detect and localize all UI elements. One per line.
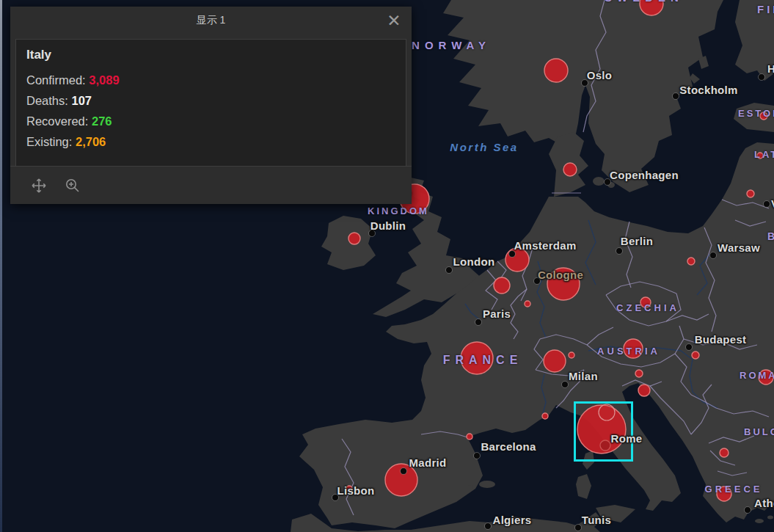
- stat-label: Deaths:: [26, 94, 68, 107]
- case-bubble-norway[interactable]: [544, 59, 568, 82]
- case-bubble-greece[interactable]: [717, 487, 731, 501]
- stat-value: 2,706: [76, 135, 106, 148]
- city-dot-london: [446, 267, 453, 274]
- map-app: OsloStockholmHelsinkiCopenhagenDublinLon…: [0, 0, 774, 532]
- popup-footer: [10, 166, 412, 204]
- city-dot-copenhagen: [605, 179, 611, 186]
- zoom-in-icon: [65, 178, 81, 194]
- case-bubble-liechtenstein[interactable]: [569, 352, 574, 358]
- stat-confirmed: Confirmed: 3,089: [26, 70, 395, 90]
- city-dot-vilnius: [764, 201, 770, 208]
- case-bubble-slovenia[interactable]: [635, 370, 643, 377]
- city-dot-paris: [475, 319, 482, 326]
- city-dot-stockholm: [673, 93, 679, 100]
- stat-value: 3,089: [89, 73, 119, 87]
- pan-to-feature-button[interactable]: [28, 175, 50, 197]
- zoom-to-feature-button[interactable]: [62, 175, 84, 197]
- city-dot-berlin: [616, 248, 623, 255]
- close-icon[interactable]: ✕: [382, 9, 406, 32]
- city-dot-lisbon: [332, 495, 339, 501]
- popup-header[interactable]: 显示 1 ✕: [10, 7, 412, 34]
- case-bubble-croatia[interactable]: [638, 385, 650, 396]
- case-bubble-switzerland[interactable]: [544, 350, 566, 372]
- case-bubble-france[interactable]: [461, 342, 493, 374]
- city-dot-algiers: [485, 523, 492, 530]
- city-dot-madrid: [401, 468, 407, 475]
- feature-popup: 显示 1 ✕ Italy Confirmed: 3,089 Deaths: 10…: [10, 7, 412, 204]
- stat-existing: Existing: 2,706: [26, 131, 395, 152]
- case-bubble-lithuania[interactable]: [747, 190, 754, 197]
- pan-icon: [31, 178, 47, 194]
- stat-value: 276: [92, 114, 112, 128]
- case-bubble-monaco[interactable]: [542, 413, 548, 419]
- city-dot-budapest: [686, 344, 693, 351]
- stat-label: Existing:: [26, 135, 72, 148]
- case-bubble-denmark[interactable]: [563, 163, 577, 176]
- city-dot-tunis: [575, 525, 582, 531]
- land-balearic: [479, 481, 495, 488]
- land-finland: [735, 0, 774, 81]
- case-bubble-luxembourg[interactable]: [525, 301, 530, 307]
- land-zealand: [593, 177, 605, 186]
- screen-edge-strip: [0, 0, 2, 532]
- case-bubble-romania[interactable]: [759, 370, 773, 385]
- city-dot-helsinki: [759, 74, 765, 81]
- city-dot-athens: [745, 507, 751, 514]
- case-bubble-ireland[interactable]: [348, 233, 360, 244]
- case-bubble-poland[interactable]: [687, 258, 695, 265]
- city-dot-dublin: [369, 230, 376, 237]
- case-bubble-latvia[interactable]: [757, 153, 763, 158]
- land-balearic-small: [467, 485, 472, 489]
- stat-value: 107: [71, 94, 92, 107]
- city-dot-warsaw: [710, 252, 717, 259]
- stat-recovered: Recovered: 276: [26, 111, 395, 131]
- case-bubble-czechia[interactable]: [640, 297, 651, 307]
- case-bubble-belgium[interactable]: [494, 277, 510, 294]
- case-bubble-austria[interactable]: [624, 339, 643, 358]
- land-greek-island: [755, 519, 764, 523]
- city-dot-barcelona: [474, 453, 481, 459]
- case-bubble-estonia[interactable]: [760, 112, 767, 120]
- city-dot-oslo: [582, 80, 588, 87]
- case-bubble-north-macedonia[interactable]: [720, 448, 729, 457]
- popup-title: 显示 1: [197, 14, 226, 27]
- land-estonia: [734, 103, 774, 132]
- land-ireland: [321, 216, 376, 270]
- case-bubble-portugal[interactable]: [346, 486, 352, 492]
- city-dot-milan: [562, 382, 569, 388]
- land-sardinia: [576, 474, 591, 499]
- stat-label: Recovered:: [26, 114, 88, 128]
- case-bubble-andorra[interactable]: [467, 434, 472, 440]
- feature-title: Italy: [26, 48, 395, 62]
- case-bubble-netherlands[interactable]: [505, 248, 529, 272]
- land-sicily: [596, 505, 635, 522]
- stat-label: Confirmed:: [26, 73, 86, 87]
- popup-content: Italy Confirmed: 3,089 Deaths: 107 Recov…: [15, 39, 406, 167]
- case-bubble-hungary[interactable]: [692, 351, 699, 359]
- city-dot-amsterdam: [509, 251, 516, 258]
- city-dot-cologne: [534, 278, 541, 285]
- case-bubble-germany[interactable]: [547, 268, 580, 300]
- land-greek-island-2: [767, 516, 773, 520]
- stat-deaths: Deaths: 107: [26, 90, 395, 111]
- feature-selection-highlight: [574, 401, 633, 462]
